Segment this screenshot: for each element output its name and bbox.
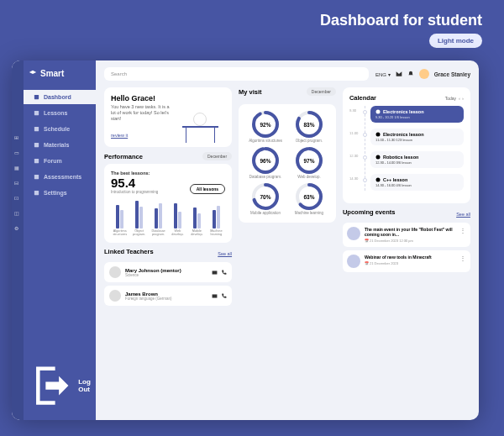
- event-title: Webinar of new tools in Minecraft: [365, 255, 455, 260]
- visit-ring: 97%Web develop.: [289, 147, 329, 180]
- nav: DashbordLessonsScheduleMaterialsForumAss…: [12, 90, 96, 200]
- mail-icon[interactable]: [396, 71, 402, 77]
- svg-rect-3: [34, 143, 39, 147]
- nav-item-materials[interactable]: Materials: [17, 138, 96, 152]
- perf-best-sub: Introduction to programming: [111, 190, 158, 194]
- calendar-item[interactable]: 9.30Electronics lesson9.30 - 10.20 1/6 l…: [370, 106, 464, 123]
- calendar-today: Today: [445, 96, 456, 101]
- sidebar: Smart DashbordLessonsScheduleMaterialsFo…: [12, 60, 96, 420]
- event-date: 📅 21 December 2023 12:30 pm: [365, 239, 455, 243]
- teacher-role: Science: [125, 273, 207, 277]
- brand[interactable]: Smart: [29, 69, 96, 78]
- event-image: [347, 255, 360, 268]
- visit-card: 92%Algoritms structures83%Object program…: [239, 104, 336, 223]
- svg-point-22: [375, 133, 380, 137]
- play-icon: [375, 109, 381, 114]
- hello-title: Hello Grace!: [111, 94, 176, 102]
- hello-illustration: [176, 94, 226, 133]
- calendar-item[interactable]: 12.30Robotics lesson12.30 - 14.00 3/6 le…: [370, 151, 464, 168]
- events-see-all[interactable]: See all: [456, 212, 470, 217]
- nav-icon: [34, 110, 39, 116]
- logout-icon: [29, 363, 74, 408]
- teacher-row[interactable]: Mary Johnson (mentor)Science: [104, 262, 232, 282]
- calendar-card: Calendar Today ‹› 9.30Electronics lesson…: [343, 87, 470, 203]
- search-input[interactable]: Search: [104, 67, 369, 81]
- calendar-prev[interactable]: ‹: [459, 96, 460, 101]
- mail-icon[interactable]: [212, 270, 218, 276]
- svg-point-21: [375, 110, 380, 114]
- user-name: Grace Stanley: [434, 71, 470, 77]
- calendar-item[interactable]: 11.00Electronics lesson11.00 - 11.30 123…: [370, 129, 464, 145]
- brand-icon: [29, 70, 37, 78]
- bell-icon[interactable]: [407, 71, 414, 77]
- visit-ring: 83%Object program.: [289, 111, 329, 144]
- all-lessons-button[interactable]: All lessons: [190, 184, 225, 194]
- avatar[interactable]: [419, 69, 429, 79]
- event-more[interactable]: ⋮: [459, 255, 466, 268]
- event-image: [347, 227, 360, 240]
- calendar-title: Calendar: [349, 94, 376, 102]
- hello-review-link[interactable]: review it: [111, 133, 128, 138]
- svg-rect-6: [34, 191, 39, 195]
- calendar-next[interactable]: ›: [462, 96, 464, 101]
- timeline: 9.30Electronics lesson9.30 - 10.20 1/6 l…: [365, 106, 464, 191]
- search-placeholder: Search: [111, 71, 127, 76]
- main: Search ENG ▾ Grace Stanley Hello Grace! …: [96, 60, 479, 420]
- nav-icon: [34, 158, 39, 164]
- nav-item-lessons[interactable]: Lessons: [17, 106, 96, 120]
- nav-item-schedule[interactable]: Schedule: [17, 122, 96, 136]
- visit-period[interactable]: December: [307, 87, 336, 96]
- event-date: 📅 21 December 2023: [365, 261, 455, 265]
- logout-button[interactable]: Log Out: [29, 363, 96, 408]
- svg-point-23: [375, 155, 380, 160]
- teachers-title: Linked Teachers: [104, 248, 154, 255]
- teacher-avatar: [109, 290, 121, 302]
- phone-icon[interactable]: [221, 293, 227, 299]
- teacher-avatar: [109, 266, 121, 278]
- nav-icon: [34, 94, 39, 100]
- mail-icon[interactable]: [212, 293, 218, 299]
- teachers-see-all[interactable]: See all: [218, 251, 232, 256]
- lang-select[interactable]: ENG ▾: [375, 71, 391, 77]
- nav-item-forum[interactable]: Forum: [17, 154, 96, 168]
- nav-item-assessments[interactable]: Assessments: [17, 170, 96, 184]
- nav-item-dashbord[interactable]: Dashbord: [17, 90, 96, 104]
- topbar: Search ENG ▾ Grace Stanley: [104, 67, 470, 81]
- page-heading: Dashboard for student: [320, 12, 482, 29]
- play-icon: [375, 132, 381, 137]
- play-icon: [375, 155, 381, 160]
- nav-icon: [34, 126, 39, 132]
- calendar-item[interactable]: 14.30C++ lesson14.30 - 16.00 4/6 lesson: [370, 174, 464, 191]
- svg-rect-2: [34, 127, 39, 131]
- svg-rect-0: [34, 95, 39, 99]
- play-icon: [375, 177, 381, 182]
- event-title: The main event in your life "Robot Fest"…: [365, 227, 455, 237]
- mode-pill: Light mode: [429, 34, 482, 48]
- nav-icon: [34, 190, 39, 196]
- sidebar-mini-strip: ⊞▭▦⊟⊡◫⚙: [12, 60, 24, 420]
- columns: Hello Grace! You have 3 new tasks. It is…: [104, 87, 470, 413]
- visit-title: My visit: [239, 88, 262, 96]
- brand-text: Smart: [40, 69, 64, 78]
- event-more[interactable]: ⋮: [459, 227, 466, 243]
- svg-rect-4: [34, 159, 39, 163]
- nav-icon: [34, 174, 39, 180]
- hello-body: You have 3 new tasks. It is a lot of wor…: [111, 104, 176, 122]
- svg-rect-7: [213, 271, 218, 274]
- visit-ring: 96%Database program.: [245, 147, 286, 180]
- teacher-row[interactable]: James BrownForeign language (German): [104, 286, 232, 306]
- visit-ring: 63%Machine learning: [289, 183, 329, 216]
- svg-point-24: [375, 178, 380, 182]
- perf-period[interactable]: December: [202, 152, 232, 160]
- visit-ring: 92%Algoritms structures: [245, 111, 286, 144]
- svg-rect-8: [213, 294, 218, 297]
- nav-item-settings[interactable]: Settings: [17, 186, 96, 200]
- nav-icon: [34, 142, 39, 148]
- event-row[interactable]: The main event in your life "Robot Fest"…: [343, 223, 470, 247]
- event-row[interactable]: Webinar of new tools in Minecraft📅 21 De…: [343, 250, 470, 272]
- svg-rect-5: [34, 175, 39, 179]
- perf-title: Performance: [104, 153, 143, 160]
- teacher-role: Foreign language (German): [125, 297, 207, 301]
- logout-label: Log Out: [78, 378, 96, 393]
- phone-icon[interactable]: [221, 270, 227, 276]
